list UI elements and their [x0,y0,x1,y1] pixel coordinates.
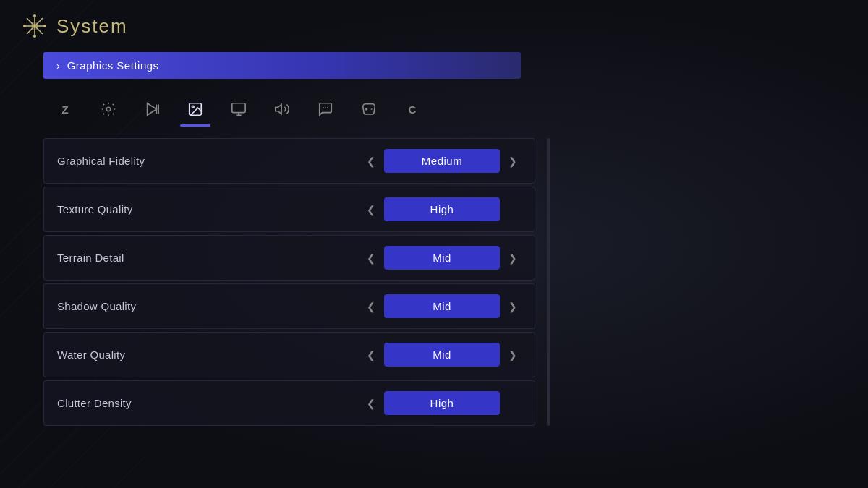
image-icon [187,101,203,117]
icon-tabs: Z [43,93,825,125]
tab-image[interactable] [176,93,214,125]
svg-rect-15 [232,103,245,113]
setting-label-water-quality: Water Quality [57,348,125,361]
tab-z[interactable]: Z [46,93,84,125]
setting-value-clutter-density: High [384,391,500,415]
setting-control-shadow-quality: ❮Mid❯ [362,294,522,318]
gear-icon [101,101,116,117]
setting-row-graphical-fidelity: Graphical Fidelity❮Medium❯ [43,138,535,184]
svg-point-5 [33,14,36,17]
controller-icon [361,101,377,117]
tab-gear[interactable] [90,93,127,125]
setting-row-terrain-detail: Terrain Detail❮Mid❯ [43,235,535,281]
setting-row-texture-quality: Texture Quality❮High❯ [43,187,535,232]
chat-icon [318,101,333,117]
arrow-left-texture-quality[interactable]: ❮ [362,201,380,218]
page-title: System [56,15,128,38]
svg-marker-18 [276,105,281,114]
main-content: › Graphics Settings Z [0,52,868,426]
tab-controller[interactable] [350,93,388,125]
svg-point-7 [23,25,26,27]
setting-value-water-quality: Mid [384,343,500,367]
setting-label-texture-quality: Texture Quality [57,203,133,215]
title-bar: System [0,0,868,52]
setting-label-graphical-fidelity: Graphical Fidelity [57,155,145,167]
setting-control-texture-quality: ❮High❯ [362,197,522,221]
arrow-right-terrain-detail[interactable]: ❯ [504,249,522,267]
setting-row-water-quality: Water Quality❮Mid❯ [43,332,535,377]
svg-marker-10 [148,103,157,116]
setting-control-graphical-fidelity: ❮Medium❯ [362,149,522,173]
setting-value-shadow-quality: Mid [384,294,500,318]
tab-display[interactable] [220,93,258,125]
setting-label-clutter-density: Clutter Density [57,397,132,409]
arrow-right-water-quality[interactable]: ❯ [504,346,522,364]
setting-value-graphical-fidelity: Medium [384,149,500,173]
svg-point-8 [43,25,46,27]
svg-point-9 [106,107,111,111]
setting-control-terrain-detail: ❮Mid❯ [362,246,522,270]
tab-record[interactable] [133,93,171,125]
arrow-left-shadow-quality[interactable]: ❮ [362,298,380,315]
setting-value-terrain-detail: Mid [384,246,500,270]
arrow-left-clutter-density[interactable]: ❮ [362,395,380,412]
setting-control-water-quality: ❮Mid❯ [362,343,522,367]
arrow-left-terrain-detail[interactable]: ❮ [362,249,380,267]
section-label: Graphics Settings [67,59,159,72]
section-header[interactable]: › Graphics Settings [43,52,521,79]
setting-row-shadow-quality: Shadow Quality❮Mid❯ [43,283,535,329]
tab-chat[interactable] [307,93,344,125]
arrow-left-water-quality[interactable]: ❮ [362,346,380,364]
svg-rect-4 [31,22,38,30]
setting-row-clutter-density: Clutter Density❮High❯ [43,380,535,426]
section-chevron: › [56,60,60,72]
tab-audio[interactable] [263,93,301,125]
settings-list: Graphical Fidelity❮Medium❯Texture Qualit… [43,138,535,426]
svg-point-20 [325,107,326,108]
record-icon [144,101,160,117]
setting-value-texture-quality: High [384,197,500,221]
svg-point-14 [192,106,194,108]
tab-c[interactable]: C [393,93,431,125]
svg-point-21 [327,107,328,108]
setting-label-shadow-quality: Shadow Quality [57,300,136,312]
display-icon [231,101,247,117]
svg-point-6 [33,35,36,38]
arrow-left-graphical-fidelity[interactable]: ❮ [362,153,380,170]
setting-label-terrain-detail: Terrain Detail [57,252,124,264]
arrow-right-graphical-fidelity[interactable]: ❯ [504,153,522,170]
arrow-right-shadow-quality[interactable]: ❯ [504,298,522,315]
svg-point-19 [323,107,324,108]
setting-control-clutter-density: ❮High❯ [362,391,522,415]
audio-icon [274,101,290,117]
system-icon [22,13,48,39]
